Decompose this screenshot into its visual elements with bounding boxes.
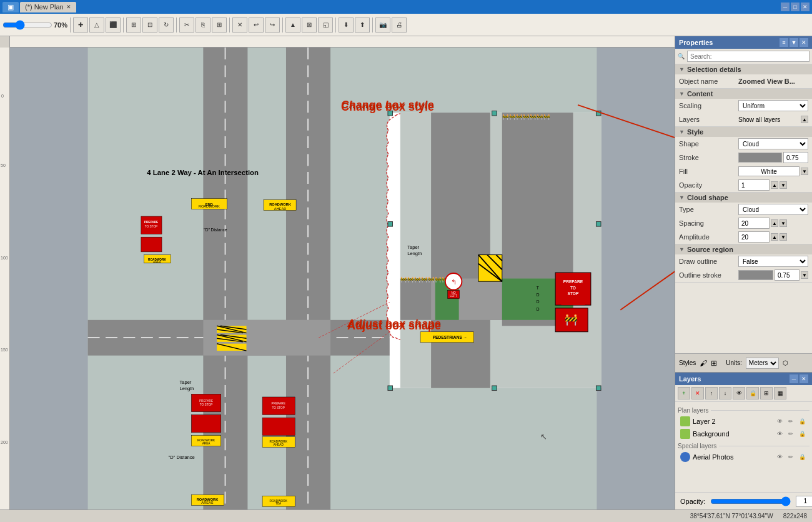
amplitude-value-input[interactable] — [738, 231, 770, 243]
svg-text:Taper: Taper — [179, 379, 191, 385]
svg-rect-34 — [596, 222, 601, 227]
layer-delete-btn[interactable]: ✕ — [691, 387, 704, 399]
fill-expand-btn[interactable]: ▼ — [801, 168, 808, 175]
outline-stroke-input[interactable] — [775, 269, 800, 281]
svg-text:4 Lane 2 Way - At An Intersect: 4 Lane 2 Way - At An Intersection — [147, 169, 259, 176]
minimize-btn[interactable]: ─ — [781, 3, 790, 11]
plan-layers-header: Plan layers — [678, 407, 810, 414]
opacity-down-btn[interactable]: ▼ — [780, 181, 787, 189]
tool-draw[interactable]: △ — [89, 18, 104, 33]
styles-icon1[interactable]: 🖌 — [700, 359, 707, 368]
tool-cut[interactable]: ✂ — [179, 18, 194, 33]
type-select[interactable]: Cloud — [738, 204, 808, 215]
section-style-header[interactable]: ▼ Style — [675, 127, 812, 137]
svg-text:AREA: AREA — [153, 261, 162, 264]
panel-filter-btn[interactable]: ▼ — [790, 38, 798, 47]
layer-lock-icon-bg[interactable]: 🔒 — [797, 429, 807, 439]
section-selection-details-header[interactable]: ▼ Selection details — [675, 64, 812, 74]
shape-select[interactable]: Cloud — [738, 138, 808, 149]
opacity-value-input[interactable] — [738, 179, 770, 191]
layer-flatten-btn[interactable]: ▦ — [774, 387, 786, 399]
layer-visible-icon-aerial[interactable]: 👁 — [775, 452, 785, 462]
units-icon[interactable]: ⬡ — [783, 359, 788, 366]
amplitude-up-btn[interactable]: ▲ — [771, 233, 778, 241]
layer-visible-icon-bg[interactable]: 👁 — [775, 429, 785, 439]
section-cloud-shape-label: Cloud shape — [687, 194, 728, 201]
tool-grid[interactable]: ⊞ — [126, 18, 141, 33]
tool-sign[interactable]: ▲ — [285, 18, 300, 33]
tool-undo[interactable]: ↩ — [249, 18, 264, 33]
spacing-value-input[interactable] — [738, 218, 770, 229]
layer-item-aerial[interactable]: Aerial Photos 👁 ✏ 🔒 — [678, 451, 810, 463]
layer-visible-btn[interactable]: 👁 — [733, 387, 745, 399]
opacity-bar-slider[interactable] — [710, 498, 791, 505]
sep1 — [70, 18, 71, 33]
amplitude-down-btn[interactable]: ▼ — [780, 233, 787, 241]
opacity-bar-value[interactable] — [796, 496, 812, 507]
canvas[interactable]: PREPARE TO STOP 🚧 🚧🚧🚧🚧🚧🚧🚧 🚧🚧🚧🚧🚧🚧🚧 — [10, 48, 675, 509]
spacing-down-btn[interactable]: ▼ — [780, 219, 787, 227]
panel-scroll[interactable]: ▼ Selection details Object name Zoomed V… — [675, 64, 812, 353]
bottom-bar: 38°54'37.61"N 77°01'43.94"W 822x248 — [0, 509, 812, 522]
svg-text:D: D — [537, 293, 540, 297]
panel-close-btn[interactable]: ✕ — [800, 38, 808, 47]
units-select[interactable]: Meters — [746, 358, 779, 369]
layer-up-btn[interactable]: ↑ — [705, 387, 718, 399]
tool-redo[interactable]: ↪ — [265, 18, 280, 33]
section-source-region-header[interactable]: ▼ Source region — [675, 244, 812, 254]
layer-lock-icon-layer2[interactable]: 🔒 — [797, 416, 807, 426]
layer-edit-icon-bg[interactable]: ✏ — [786, 429, 796, 439]
tab-new-plan[interactable]: (*) New Plan ✕ — [20, 2, 76, 13]
maximize-btn[interactable]: □ — [791, 3, 800, 11]
section-content-header[interactable]: ▼ Content — [675, 89, 812, 99]
opacity-up-btn[interactable]: ▲ — [771, 181, 778, 189]
layer-lock-icon-aerial[interactable]: 🔒 — [797, 452, 807, 462]
section-style-label: Style — [687, 128, 703, 136]
opacity-label: Opacity — [679, 181, 738, 189]
collapse-icon-style: ▼ — [679, 129, 685, 135]
search-input[interactable] — [687, 51, 810, 62]
tool-select[interactable]: ✚ — [73, 18, 88, 33]
tool-paste[interactable]: ⊞ — [212, 18, 227, 33]
svg-rect-36 — [492, 386, 497, 391]
scaling-select[interactable]: Uniform — [738, 100, 808, 111]
opacity-bar-label: Opacity: — [680, 498, 705, 505]
tool-snap[interactable]: ⊡ — [142, 18, 157, 33]
fill-color-swatch[interactable]: White — [738, 166, 800, 176]
tool-import[interactable]: ⬇ — [339, 18, 354, 33]
tool-print[interactable]: 🖨 — [392, 18, 407, 33]
layer-visible-icon-layer2[interactable]: 👁 — [775, 416, 785, 426]
layers-minimize-btn[interactable]: ─ — [790, 374, 798, 383]
layer-item-background[interactable]: Background 👁 ✏ 🔒 — [678, 428, 810, 440]
layer-merge-btn[interactable]: ⊞ — [760, 387, 773, 399]
layer-lock-btn[interactable]: 🔒 — [746, 387, 759, 399]
tool-camera[interactable]: 📷 — [375, 18, 390, 33]
layer-edit-icon-aerial[interactable]: ✏ — [786, 452, 796, 462]
tab-close-btn[interactable]: ✕ — [66, 4, 71, 10]
tab-home[interactable]: ▣ — [2, 2, 19, 13]
tool-zone[interactable]: ◱ — [318, 18, 333, 33]
draw-outline-select[interactable]: False — [738, 256, 808, 267]
layers-content[interactable]: Plan layers Layer 2 👁 ✏ 🔒 Background — [675, 402, 812, 492]
layers-expand-btn[interactable]: ▲ — [801, 116, 808, 123]
tool-shape[interactable]: ⬛ — [106, 18, 121, 33]
spacing-up-btn[interactable]: ▲ — [771, 219, 778, 227]
layer-item-layer2[interactable]: Layer 2 👁 ✏ 🔒 — [678, 415, 810, 428]
tool-delete[interactable]: ✕ — [232, 18, 247, 33]
tool-road[interactable]: ⊠ — [302, 18, 317, 33]
panel-sort-btn[interactable]: ≡ — [780, 38, 788, 47]
stroke-value-input[interactable] — [783, 152, 808, 163]
tool-export[interactable]: ⬆ — [355, 18, 370, 33]
section-cloud-shape-header[interactable]: ▼ Cloud shape — [675, 193, 812, 203]
tool-copy[interactable]: ⎘ — [196, 18, 210, 33]
tool-rotate[interactable]: ↻ — [159, 18, 174, 33]
zoom-slider[interactable] — [2, 20, 52, 30]
layers-close-btn[interactable]: ✕ — [800, 374, 808, 383]
layer-edit-icon-layer2[interactable]: ✏ — [786, 416, 796, 426]
outline-stroke-down-btn[interactable]: ▼ — [801, 271, 808, 279]
styles-icon2[interactable]: ⊞ — [711, 359, 717, 368]
close-app-btn[interactable]: ✕ — [801, 3, 810, 11]
amplitude-value-container: ▲ ▼ — [738, 231, 808, 243]
layer-down-btn[interactable]: ↓ — [719, 387, 731, 399]
layer-add-btn[interactable]: + — [678, 387, 690, 399]
